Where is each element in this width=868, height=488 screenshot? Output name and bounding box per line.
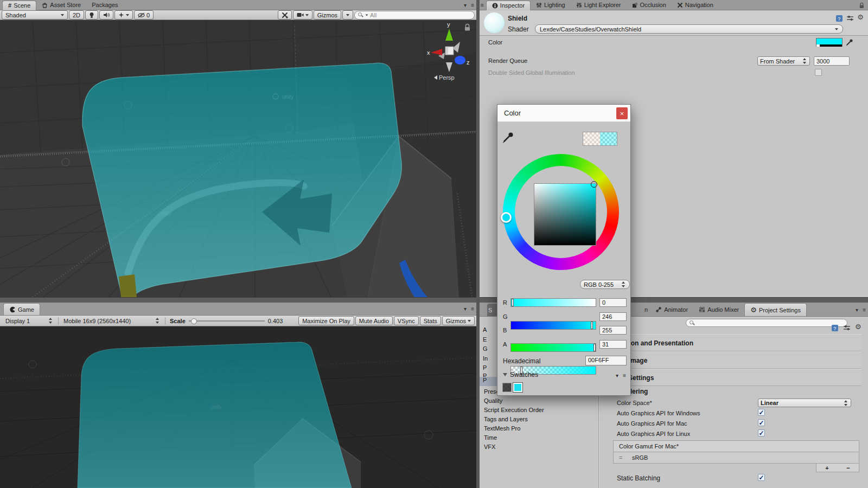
a-value-field[interactable]: 31 xyxy=(599,340,627,349)
b-slider[interactable] xyxy=(510,343,596,352)
r-slider[interactable] xyxy=(510,298,596,307)
tab-packages[interactable]: Packages xyxy=(86,0,123,10)
scene-lighting-toggle[interactable] xyxy=(85,10,98,20)
slider-handle[interactable] xyxy=(591,322,593,329)
tab-animator[interactable]: Animator xyxy=(650,303,693,316)
scale-slider-knob[interactable] xyxy=(191,318,197,324)
panel-menu-icon[interactable]: ▾ xyxy=(464,306,467,312)
display-dropdown[interactable]: Display 1 xyxy=(2,316,57,325)
tab-navigation[interactable]: Navigation xyxy=(672,0,719,10)
api-mac-checkbox[interactable]: ✓ xyxy=(758,419,765,426)
eyedropper-icon[interactable] xyxy=(502,130,515,144)
static-batching-checkbox[interactable]: ✓ xyxy=(758,474,765,481)
api-linux-checkbox[interactable]: ✓ xyxy=(758,429,765,436)
stats-toggle[interactable]: Stats xyxy=(420,316,441,325)
gamut-item-row[interactable]: = sRGB xyxy=(613,452,859,464)
tab-light-explorer[interactable]: Light Explorer xyxy=(571,0,627,10)
scene-viewport[interactable]: 30 unity unity xyxy=(0,20,476,297)
scene-camera-dropdown[interactable] xyxy=(293,10,312,20)
help-icon[interactable]: ? xyxy=(831,324,839,332)
scene-audio-toggle[interactable] xyxy=(99,10,113,20)
settings-category-partial[interactable]: In xyxy=(483,355,488,362)
panel-menu-icon[interactable]: ▾ xyxy=(856,307,858,313)
lock-icon[interactable] xyxy=(464,23,471,31)
shader-dropdown[interactable]: Lexdev/CaseStudies/OverwatchShield xyxy=(535,24,843,34)
section-header[interactable]: h Image xyxy=(600,351,861,369)
hue-selector[interactable] xyxy=(501,212,512,223)
saturation-value-square[interactable] xyxy=(534,183,596,246)
settings-category[interactable]: Quality xyxy=(484,397,502,404)
settings-category[interactable]: VFX xyxy=(484,444,495,450)
settings-category[interactable]: Time xyxy=(484,434,497,441)
r-value-field[interactable]: 0 xyxy=(599,298,627,307)
2d-toggle[interactable]: 2D xyxy=(69,10,84,20)
gear-icon[interactable]: ⚙ xyxy=(855,323,861,330)
sv-selector[interactable] xyxy=(591,181,597,188)
material-preview-sphere[interactable] xyxy=(484,12,505,33)
aspect-dropdown[interactable]: Mobile 16x9 (2560x1440) xyxy=(60,316,164,325)
component-tools-button[interactable] xyxy=(278,10,292,20)
tab-game[interactable]: Game xyxy=(3,303,40,315)
gizmos-dropdown[interactable]: Gizmos xyxy=(314,10,341,20)
game-gizmos-dropdown[interactable]: Gizmos xyxy=(442,316,475,325)
tab-inspector[interactable]: Inspector xyxy=(486,1,531,10)
lock-icon[interactable] xyxy=(859,2,865,9)
dialog-titlebar[interactable]: Color × xyxy=(497,105,630,122)
hamburger-icon[interactable]: ≡ xyxy=(481,2,484,8)
draw-mode-dropdown[interactable]: Shaded xyxy=(2,10,68,20)
scene-effects-dropdown[interactable] xyxy=(114,10,133,20)
gear-icon[interactable]: ⚙ xyxy=(857,14,864,21)
tab-project-settings[interactable]: ⚙ Project Settings xyxy=(744,303,807,316)
slider-handle[interactable] xyxy=(512,299,514,306)
swatch-black[interactable] xyxy=(502,383,512,392)
hamburger-icon[interactable]: ≡ xyxy=(863,307,866,313)
vsync-toggle[interactable]: VSync xyxy=(394,316,419,325)
b-value-field[interactable]: 255 xyxy=(599,326,627,335)
maximize-on-play-toggle[interactable]: Maximize On Play xyxy=(298,316,354,325)
preset-icon[interactable] xyxy=(843,325,851,331)
eyedropper-icon[interactable] xyxy=(845,38,854,47)
settings-category[interactable]: TextMesh Pro xyxy=(484,425,520,432)
close-button[interactable]: × xyxy=(616,107,628,119)
settings-category[interactable]: Script Execution Order xyxy=(484,407,544,413)
remove-button[interactable]: − xyxy=(846,465,850,471)
g-slider[interactable] xyxy=(510,321,596,330)
swatches-menu-icon[interactable]: ▾ xyxy=(616,373,618,378)
render-queue-value-field[interactable]: 3000 xyxy=(814,56,850,66)
tab-lighting[interactable]: Lighting xyxy=(531,0,571,10)
dsgi-checkbox[interactable] xyxy=(815,69,822,76)
hamburger-icon[interactable]: ≡ xyxy=(471,306,474,312)
tab-scene[interactable]: # Scene xyxy=(2,1,36,10)
hidden-objects-toggle[interactable]: 0 xyxy=(134,10,154,20)
color-mode-dropdown[interactable]: RGB 0-255 xyxy=(580,280,630,289)
panel-menu-icon[interactable]: ▾ xyxy=(464,2,467,8)
persp-toggle[interactable]: Persp xyxy=(434,74,455,81)
drag-handle-icon[interactable]: = xyxy=(619,454,622,461)
section-header[interactable]: r Settings xyxy=(600,369,861,386)
settings-category[interactable]: Tags and Layers xyxy=(484,416,528,422)
tab-occlusion[interactable]: Occlusion xyxy=(627,0,672,10)
color-space-dropdown[interactable]: Linear xyxy=(758,399,851,407)
swatches-foldout[interactable]: Swatches xyxy=(503,371,538,378)
settings-category-partial[interactable]: A xyxy=(483,326,487,333)
scale-slider[interactable] xyxy=(189,317,265,325)
color-swatch[interactable] xyxy=(816,38,843,47)
slider-handle[interactable] xyxy=(593,344,596,351)
api-windows-checkbox[interactable]: ✓ xyxy=(758,409,765,416)
help-icon[interactable]: ? xyxy=(835,15,843,22)
gizmos-chevron-button[interactable] xyxy=(342,10,353,20)
add-button[interactable]: + xyxy=(825,465,828,471)
hamburger-icon[interactable]: ≡ xyxy=(471,2,474,8)
tab-asset-store[interactable]: Asset Store xyxy=(36,0,86,10)
settings-category-partial[interactable]: G xyxy=(483,345,488,352)
settings-category-partial[interactable]: P xyxy=(483,364,487,371)
render-queue-dropdown[interactable]: From Shader xyxy=(757,56,810,66)
g-value-field[interactable]: 246 xyxy=(599,312,627,321)
section-header[interactable]: ution and Presentation xyxy=(600,334,861,351)
hex-value-field[interactable]: 00F6FF xyxy=(585,356,627,365)
mute-audio-toggle[interactable]: Mute Audio xyxy=(355,316,393,325)
game-viewport[interactable]: unity xyxy=(0,326,476,488)
hamburger-icon[interactable]: ≡ xyxy=(623,373,626,378)
scene-search-input[interactable]: All xyxy=(354,11,475,20)
settings-category-partial[interactable]: E xyxy=(483,336,487,343)
